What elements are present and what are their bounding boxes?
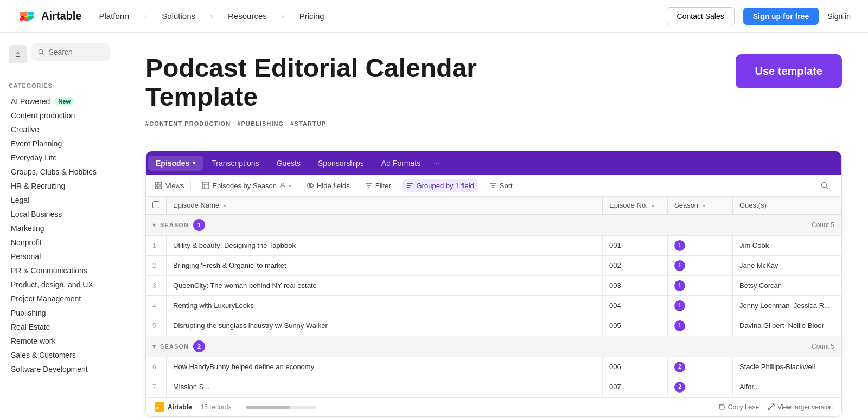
main-content: Podcast Editorial Calendar Template #CON… <box>119 33 868 418</box>
group-icon <box>406 182 414 189</box>
svg-rect-20 <box>407 185 411 186</box>
sidebar-item-personal[interactable]: Personal <box>9 249 110 263</box>
hide-fields-button[interactable]: Hide fields <box>302 179 354 192</box>
sidebar-item-legal[interactable]: Legal <box>9 193 110 207</box>
sidebar-item-ai-powered[interactable]: AI Powered New <box>9 94 110 108</box>
tab-ad-formats[interactable]: Ad Formats <box>373 156 429 171</box>
sidebar-search-container <box>31 43 110 61</box>
sidebar-item-creative[interactable]: Creative <box>9 123 110 137</box>
nav-resources[interactable]: Resources <box>228 11 267 21</box>
sidebar-item-product-design[interactable]: Product, design, and UX <box>9 278 110 292</box>
search-input[interactable] <box>48 48 104 56</box>
search-toolbar-button[interactable] <box>816 179 833 191</box>
nav-solutions[interactable]: Solutions <box>162 11 195 21</box>
tab-sponsorships[interactable]: Sponsorships <box>309 156 373 171</box>
sidebar-item-groups-clubs[interactable]: Groups, Clubs & Hobbies <box>9 165 110 179</box>
episode-no-cell: 007 <box>603 377 668 397</box>
sidebar-item-pr-communications[interactable]: PR & Communications <box>9 263 110 278</box>
navbar-right: Contact Sales Sign up for free Sign in <box>667 7 851 25</box>
episode-name-cell: Renting with LuxuryLooks <box>167 295 603 316</box>
tag-content-production: #CONTENT PRODUCTION <box>145 120 231 127</box>
sidebar-item-publishing[interactable]: Publishing <box>9 306 110 320</box>
sidebar-item-local-business[interactable]: Local Business <box>9 207 110 221</box>
eye-off-icon <box>307 182 314 189</box>
home-button[interactable]: ⌂ <box>9 45 27 63</box>
episode-name-cell: Bringing 'Fresh & Organic' to market <box>167 255 603 275</box>
select-all-checkbox[interactable] <box>152 201 159 208</box>
sidebar-item-label: PR & Communications <box>11 266 87 275</box>
guests-cell: Jane McKay <box>733 255 841 275</box>
season-cell: 1 <box>668 295 733 316</box>
filter-icon <box>365 182 373 189</box>
person-icon <box>279 182 286 189</box>
sidebar-item-remote-work[interactable]: Remote work <box>9 334 110 348</box>
sidebar-item-sales-customers[interactable]: Sales & Customers <box>9 348 110 362</box>
tab-episodes[interactable]: Episodes ▾ <box>148 156 203 171</box>
season-1-label: SEASON <box>160 222 189 228</box>
sidebar-item-content-production[interactable]: Content production <box>9 108 110 123</box>
season-2-label: SEASON <box>160 343 189 350</box>
season-tag: 1 <box>674 320 685 331</box>
sidebar-item-hr-recruiting[interactable]: HR & Recruiting <box>9 179 110 193</box>
expand-icon <box>768 403 775 410</box>
use-template-button[interactable]: Use template <box>736 54 843 88</box>
season-cell: 2 <box>668 357 733 377</box>
table-row: 4 Renting with LuxuryLooks 004 1 Jenny L… <box>146 295 841 316</box>
sidebar-item-event-planning[interactable]: Event Planning <box>9 137 110 151</box>
episode-no-cell: 003 <box>603 275 668 295</box>
row-number: 3 <box>152 282 156 290</box>
row-number: 4 <box>152 302 156 310</box>
episodes-by-season-button[interactable]: Episodes by Season ▾ <box>197 179 296 192</box>
guests-cell: Stacie Phillips-Blackwell <box>733 357 841 377</box>
views-button[interactable]: Views <box>155 182 184 190</box>
svg-rect-5 <box>20 17 23 21</box>
nav-platform[interactable]: Platform <box>99 11 129 21</box>
sidebar-top: ⌂ <box>9 43 110 72</box>
toolbar-divider <box>190 180 191 191</box>
filter-button[interactable]: Filter <box>361 179 395 192</box>
contact-sales-button[interactable]: Contact Sales <box>667 7 735 25</box>
table-row: 6 How HandyBunny helped define an econom… <box>146 357 841 377</box>
copy-base-link[interactable]: Copy base <box>718 403 759 411</box>
season-toggle-icon[interactable]: ▾ <box>152 343 156 350</box>
season-toggle-icon[interactable]: ▾ <box>152 221 156 229</box>
tabs-more-button[interactable]: ··· <box>429 157 444 170</box>
table-icon <box>202 182 209 189</box>
view-larger-link[interactable]: View larger version <box>768 403 833 411</box>
main-layout: ⌂ Categories AI Powered New Content prod… <box>0 33 868 418</box>
scrollbar-thumb <box>246 406 290 409</box>
season-1-badge: 1 <box>193 219 205 231</box>
sidebar-item-nonprofit[interactable]: Nonprofit <box>9 235 110 249</box>
nav-pricing[interactable]: Pricing <box>299 11 324 21</box>
sidebar-item-label: HR & Recruiting <box>11 182 65 190</box>
sort-button[interactable]: Sort <box>485 179 517 192</box>
signup-button[interactable]: Sign up for free <box>743 8 819 25</box>
sidebar-item-project-management[interactable]: Project Management <box>9 292 110 306</box>
sidebar-item-real-estate[interactable]: Real Estate <box>9 320 110 334</box>
records-label: 15 records <box>201 403 232 411</box>
sidebar-item-label: Software Development <box>11 365 88 374</box>
svg-rect-19 <box>407 183 413 184</box>
signin-link[interactable]: Sign in <box>827 12 851 21</box>
svg-text:at: at <box>156 405 160 410</box>
tab-guests[interactable]: Guests <box>268 156 309 171</box>
sidebar-item-marketing[interactable]: Marketing <box>9 221 110 235</box>
navbar-left: Airtable Platform › Solutions › Resource… <box>17 7 324 26</box>
airtable-label: Airtable <box>168 403 192 411</box>
sidebar-item-label: Event Planning <box>11 139 62 148</box>
tab-transcriptions[interactable]: Transcriptions <box>203 156 267 171</box>
scrollbar-track[interactable] <box>246 406 316 409</box>
logo[interactable]: Airtable <box>17 7 81 26</box>
season-tag: 2 <box>674 362 685 372</box>
airtable-logo-small: at Airtable <box>155 402 192 412</box>
grouped-by-button[interactable]: Grouped by 1 field <box>402 179 478 192</box>
tag-startup: #STARTUP <box>290 120 326 127</box>
table-row: 5 Disrupting the sunglass industry w/ Su… <box>146 316 841 336</box>
header-row: Podcast Editorial Calendar Template #CON… <box>145 54 842 136</box>
title-block: Podcast Editorial Calendar Template #CON… <box>145 54 477 136</box>
search-icon <box>821 182 828 189</box>
sidebar-item-everyday-life[interactable]: Everyday Life <box>9 151 110 165</box>
footer-right: Copy base View larger version <box>718 403 833 411</box>
svg-rect-9 <box>155 182 158 185</box>
sidebar-item-software-development[interactable]: Software Development <box>9 362 110 376</box>
